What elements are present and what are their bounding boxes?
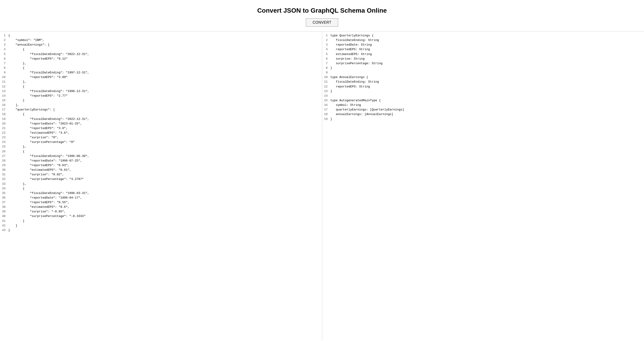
line-content: "reportedEPS": "0.55", [8, 200, 322, 205]
line-number: 17 [0, 107, 8, 112]
table-row: 19} [322, 117, 644, 121]
line-number: 33 [0, 182, 8, 186]
line-content: ] [8, 223, 322, 228]
line-content [330, 70, 644, 75]
line-number: 43 [0, 228, 8, 233]
line-number: 16 [0, 103, 8, 107]
line-content: "fiscalDateEnding": "2022-12-31", [8, 52, 322, 57]
line-number: 19 [322, 117, 330, 121]
line-content: }, [8, 182, 322, 186]
table-row: 42 ] [0, 223, 322, 228]
table-row: 21 "reportedEPS": "3.6", [0, 126, 322, 131]
table-row: 37 "reportedEPS": "0.55", [0, 200, 322, 205]
line-number: 11 [322, 80, 330, 84]
table-row: 41 } [0, 219, 322, 223]
table-row: 18 { [0, 112, 322, 117]
table-row: 15type AutogeneratedMainType { [322, 98, 644, 103]
line-content: } [8, 228, 322, 233]
table-row: 29 "reportedEPS": "0.63", [0, 163, 322, 168]
line-content: "symbol": "IBM", [8, 38, 322, 42]
line-content: type AnnualEarnings { [330, 75, 644, 80]
line-content: symbol: String [330, 103, 644, 107]
line-number: 1 [0, 33, 8, 38]
table-row: 35 "fiscalDateEnding": "1996-03-31", [0, 191, 322, 196]
table-row: 12 { [0, 84, 322, 89]
line-number: 38 [0, 205, 8, 209]
line-number: 18 [0, 112, 8, 117]
line-content: } [8, 219, 322, 223]
line-number: 4 [322, 47, 330, 52]
line-content: } [330, 117, 644, 121]
table-row: 6 "reportedEPS": "9.12" [0, 57, 322, 61]
table-row: 16 symbol: String [322, 103, 644, 107]
table-row: 19 "fiscalDateEnding": "2022-12-31", [0, 117, 322, 121]
line-content: { [8, 84, 322, 89]
line-number: 2 [0, 38, 8, 42]
line-number: 21 [0, 126, 8, 131]
line-number: 32 [0, 177, 8, 182]
table-row: 7 surprisePercentage: String [322, 61, 644, 66]
line-content: }, [8, 61, 322, 66]
table-row: 10 "reportedEPS": "3.09" [0, 75, 322, 80]
line-number: 39 [0, 209, 8, 214]
convert-button[interactable]: CONVERT [306, 18, 338, 27]
json-input-pane[interactable]: 1{2 "symbol": "IBM",3 "annualEarnings": … [0, 31, 322, 340]
table-row: 14 [322, 94, 644, 98]
line-content: surprise: String [330, 57, 644, 61]
line-content: "surprise": "0", [8, 135, 322, 140]
line-content: "reportedDate": "1996-07-25", [8, 159, 322, 163]
line-content: reportedDate: String [330, 42, 644, 47]
line-content: quarterlyEarnings: [QuarterlyEarnings] [330, 107, 644, 112]
line-content: "surprise": "0.02", [8, 172, 322, 177]
table-row: 1type QuarterlyEarnings { [322, 33, 644, 38]
line-number: 15 [322, 98, 330, 103]
table-row: 15 } [0, 98, 322, 103]
line-content: "annualEarnings": [ [8, 42, 322, 47]
line-content: type AutogeneratedMainType { [330, 98, 644, 103]
line-number: 19 [0, 117, 8, 121]
line-content: "fiscalDateEnding": "1996-06-30", [8, 154, 322, 159]
table-row: 5 "fiscalDateEnding": "2022-12-31", [0, 52, 322, 57]
line-number: 1 [322, 33, 330, 38]
table-row: 11 fiscalDateEnding: String [322, 80, 644, 84]
table-row: 31 "surprise": "0.02", [0, 172, 322, 177]
table-row: 30 "estimatedEPS": "0.61", [0, 168, 322, 172]
table-row: 5 estimatedEPS: String [322, 52, 644, 57]
line-number: 11 [0, 80, 8, 84]
line-content: "fiscalDateEnding": "2022-12-31", [8, 117, 322, 121]
line-content: { [8, 66, 322, 70]
line-content: }, [8, 144, 322, 149]
table-row: 27 "fiscalDateEnding": "1996-06-30", [0, 154, 322, 159]
line-content: { [8, 149, 322, 154]
line-number: 41 [0, 219, 8, 223]
line-content [330, 94, 644, 98]
line-number: 14 [322, 94, 330, 98]
line-content: fiscalDateEnding: String [330, 38, 644, 42]
line-number: 15 [0, 98, 8, 103]
table-row: 4 { [0, 47, 322, 52]
line-content: "surprisePercentage": "0" [8, 140, 322, 144]
editors-container: 1{2 "symbol": "IBM",3 "annualEarnings": … [0, 31, 644, 340]
line-content: "estimatedEPS": "3.6", [8, 131, 322, 135]
line-number: 9 [322, 70, 330, 75]
page-header: Convert JSON to GraphQL Schema Online CO… [0, 0, 644, 31]
line-content: "reportedEPS": "3.09" [8, 75, 322, 80]
line-number: 31 [0, 172, 8, 177]
table-row: 11 }, [0, 80, 322, 84]
table-row: 26 { [0, 149, 322, 154]
table-row: 12 reportedEPS: String [322, 84, 644, 89]
line-number: 42 [0, 223, 8, 228]
table-row: 32 "surprisePercentage": "3.2787" [0, 177, 322, 182]
line-number: 12 [322, 84, 330, 89]
line-number: 3 [0, 42, 8, 47]
line-content: ], [8, 103, 322, 107]
line-number: 23 [0, 135, 8, 140]
line-number: 2 [322, 38, 330, 42]
table-row: 24 "surprisePercentage": "0" [0, 140, 322, 144]
table-row: 14 "reportedEPS": "2.77" [0, 94, 322, 98]
table-row: 3 "annualEarnings": [ [0, 42, 322, 47]
line-number: 4 [0, 47, 8, 52]
json-code-area: 1{2 "symbol": "IBM",3 "annualEarnings": … [0, 31, 322, 235]
table-row: 16 ], [0, 103, 322, 107]
line-number: 13 [322, 89, 330, 94]
